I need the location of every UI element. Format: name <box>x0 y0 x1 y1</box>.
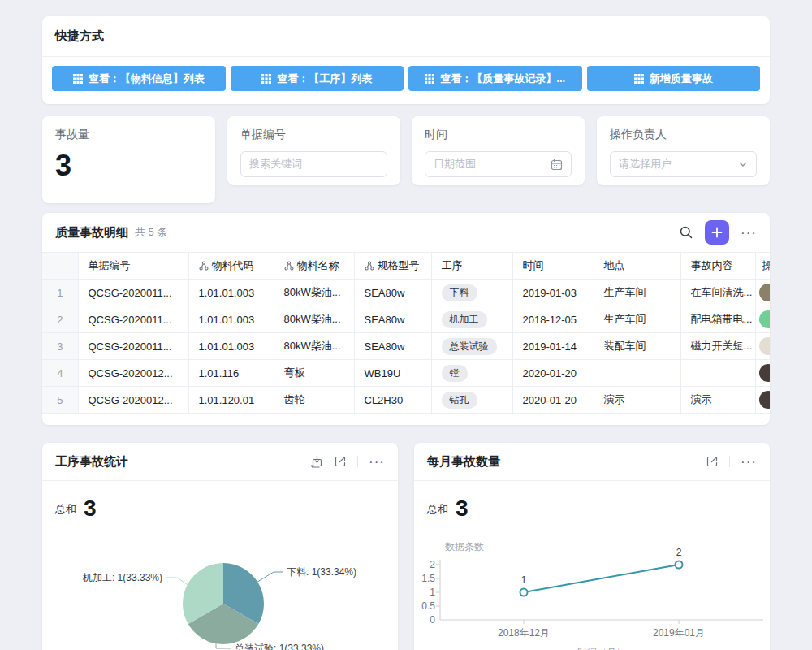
cell-mat-name: 80kW柴油... <box>274 280 354 306</box>
col-spec: 规格型号 <box>354 253 431 280</box>
table-row[interactable]: 2 QCSG-2020011... 1.01.01.003 80kW柴油... … <box>42 306 770 333</box>
monthly-line-chart: 数据条数 2 1.5 1 0.5 0 1 2 2018年12月 2019年01月… <box>414 534 770 650</box>
incident-count-label: 事故量 <box>55 128 202 142</box>
shortcut-new-incident-button[interactable]: 新增质量事故 <box>587 66 761 91</box>
cell-process: 下料 <box>431 280 512 306</box>
cell-spec: WB19U <box>354 360 431 387</box>
pie-leader-jijiagong <box>166 578 189 586</box>
x-tick-label: 2019年01月 <box>653 627 705 639</box>
calendar-icon <box>551 158 563 171</box>
table-row[interactable]: 3 QCSG-2020011... 1.01.01.003 80kW柴油... … <box>42 333 770 360</box>
process-stats-more-icon[interactable]: ··· <box>369 455 385 469</box>
incident-detail-card: 质量事故明细 共 5 条 ··· 单据编号 物料代码 <box>42 213 770 425</box>
sum-value: 3 <box>456 497 469 520</box>
x-axis-title: 时间（月） <box>577 647 626 650</box>
time-filter-card: 时间 日期范围 <box>412 116 585 185</box>
date-range-placeholder: 日期范围 <box>434 157 476 171</box>
cell-spec: CL2H30 <box>354 387 431 414</box>
doc-number-filter-card: 单据编号 搜索关键词 <box>227 116 400 185</box>
export-download-icon[interactable] <box>310 455 323 468</box>
cell-mat-code: 1.01.01.003 <box>188 333 274 360</box>
cell-mat-code: 1.01.116 <box>188 360 274 387</box>
cell-operator <box>755 280 770 306</box>
pie-leader-xialiao <box>255 572 283 583</box>
avatar <box>759 391 771 409</box>
avatar <box>759 284 771 301</box>
table-more-menu-icon[interactable]: ··· <box>741 226 757 240</box>
pie-label-xialiao: 下料: 1(33.34%) <box>287 566 356 578</box>
cell-place: 生产车间 <box>594 280 680 306</box>
external-link-icon[interactable] <box>334 455 347 468</box>
cell-doc-no: QCSG-2020011... <box>78 280 188 306</box>
cell-place <box>594 360 680 387</box>
cell-operator <box>755 306 770 333</box>
table-row-count: 共 5 条 <box>135 225 167 240</box>
y-axis-title: 数据条数 <box>445 541 484 552</box>
time-filter-label: 时间 <box>425 128 572 142</box>
cell-doc-no: QCSG-2020011... <box>78 306 188 333</box>
cell-spec: SEA80w <box>354 306 431 333</box>
cell-mat-code: 1.01.120.01 <box>188 387 274 414</box>
sum-value: 3 <box>84 497 97 520</box>
table-row[interactable]: 4 QCSG-2020012... 1.01.116 弯板 WB19U 镗 20… <box>42 360 770 387</box>
shortcut-button-label: 查看：【质量事故记录】... <box>440 72 565 86</box>
cell-process: 总装试验 <box>431 333 512 360</box>
doc-number-placeholder: 搜索关键词 <box>249 157 302 171</box>
y-tick-label: 1.5 <box>421 573 435 584</box>
data-point[interactable] <box>676 561 683 569</box>
divider <box>357 456 358 467</box>
shortcut-button-label: 新增质量事故 <box>650 72 713 86</box>
table-row[interactable]: 1 QCSG-2020011... 1.01.01.003 80kW柴油... … <box>42 280 770 306</box>
cell-content <box>680 360 755 387</box>
cell-process: 机加工 <box>431 306 512 333</box>
cell-time: 2020-01-20 <box>512 387 594 414</box>
cell-time: 2019-01-03 <box>512 280 594 306</box>
cell-mat-code: 1.01.01.003 <box>188 280 274 306</box>
relation-icon <box>199 261 209 271</box>
search-icon[interactable] <box>679 225 693 240</box>
process-pie-chart: 机加工: 1(33.33%) 下料: 1(33.34%) 总装试验: 1(33.… <box>42 534 398 650</box>
shortcut-view-material-list-button[interactable]: 查看：【物料信息】列表 <box>52 66 226 91</box>
col-mat-code: 物料代码 <box>188 253 274 280</box>
incident-table-wrapper: 单据编号 物料代码 物料名称 规格型号 工序 时间 地点 事故内容 操作负责人 … <box>42 252 770 414</box>
cell-mat-name: 80kW柴油... <box>274 333 354 360</box>
grid-icon <box>73 74 83 84</box>
pie-label-zongzhuang: 总装试验: 1(33.33%) <box>234 643 324 650</box>
sum-label: 总和 <box>55 502 76 520</box>
relation-icon <box>284 261 294 271</box>
date-range-input[interactable]: 日期范围 <box>425 151 572 177</box>
shortcut-view-process-list-button[interactable]: 查看：【工序】列表 <box>231 66 404 91</box>
incident-count-card: 事故量 3 <box>42 116 215 203</box>
avatar <box>759 364 771 382</box>
cell-mat-code: 1.01.01.003 <box>188 306 274 333</box>
cell-spec: SEA80w <box>354 333 431 360</box>
shortcut-view-incident-records-button[interactable]: 查看：【质量事故记录】... <box>408 66 582 91</box>
operator-select[interactable]: 请选择用户 <box>610 151 757 177</box>
plus-icon <box>711 227 723 238</box>
monthly-count-more-icon[interactable]: ··· <box>741 455 757 469</box>
data-point[interactable] <box>520 589 528 596</box>
table-row[interactable]: 5 QCSG-2020012... 1.01.120.01 齿轮 CL2H30 … <box>42 387 770 414</box>
avatar <box>759 337 771 355</box>
cell-content: 在车间清洗... <box>680 280 755 306</box>
add-record-button[interactable] <box>705 220 729 245</box>
external-link-icon[interactable] <box>706 455 719 468</box>
cell-process: 钻孔 <box>431 387 512 414</box>
data-label: 1 <box>521 574 527 586</box>
doc-number-search-input[interactable]: 搜索关键词 <box>240 151 387 177</box>
cell-mat-name: 80kW柴油... <box>274 306 354 333</box>
col-mat-name: 物料名称 <box>274 253 354 280</box>
table-title: 质量事故明细 <box>55 225 128 240</box>
cell-operator <box>755 333 770 360</box>
y-tick-label: 2 <box>430 559 435 570</box>
cell-content: 配电箱带电... <box>680 306 755 333</box>
monthly-sum: 总和 3 <box>414 481 770 520</box>
cell-operator <box>755 360 770 387</box>
process-tag: 镗 <box>442 365 468 382</box>
table-header-row: 单据编号 物料代码 物料名称 规格型号 工序 时间 地点 事故内容 操作负责人 <box>42 253 770 280</box>
cell-doc-no: QCSG-2020012... <box>78 360 188 387</box>
line-series <box>524 565 679 592</box>
monthly-count-card: 每月事故数量 ··· 总和 3 数据条数 2 1.5 1 0.5 0 <box>414 443 770 650</box>
cell-place: 演示 <box>594 387 680 414</box>
relation-icon <box>365 261 374 271</box>
